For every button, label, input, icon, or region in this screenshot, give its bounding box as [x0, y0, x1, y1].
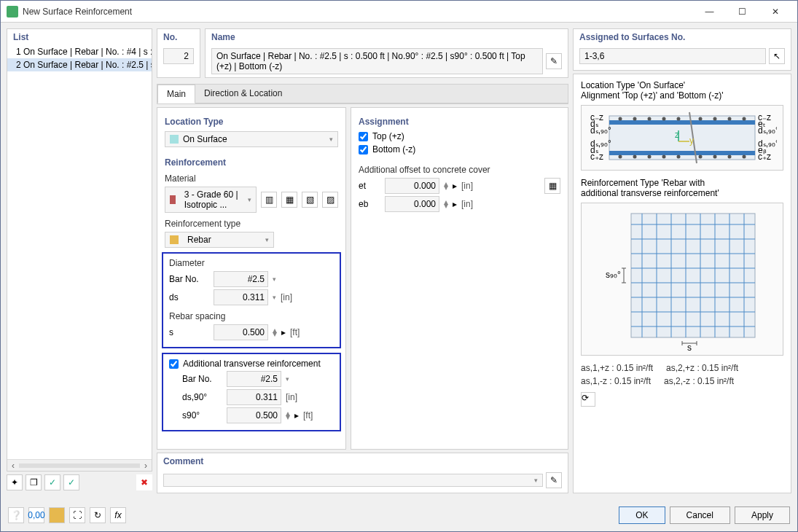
horizontal-scrollbar[interactable]: ‹ › — [7, 459, 152, 471]
svg-text:c₊z: c₊z — [590, 152, 603, 162]
units-icon[interactable]: 0,00 — [28, 507, 44, 523]
comment-edit-icon[interactable]: ✎ — [546, 472, 562, 488]
svg-point-19 — [728, 155, 732, 159]
number-input[interactable]: 2 — [163, 48, 194, 64]
svg-rect-2 — [609, 151, 755, 155]
copy-icon[interactable]: ❐ — [26, 474, 42, 490]
material-value: 3 - Grade 60 | Isotropic ... — [184, 189, 248, 210]
delete-icon[interactable]: ✖ — [136, 474, 152, 490]
fx-icon[interactable]: fx — [110, 507, 126, 523]
t-bar-no-label: Bar No. — [182, 374, 222, 384]
bar-no-select[interactable]: #2.5 — [214, 271, 268, 287]
no-header: No. — [157, 29, 200, 45]
assigned-header: Assigned to Surfaces No. — [574, 29, 791, 45]
step-icon[interactable]: ▸ — [294, 410, 299, 420]
svg-point-5 — [648, 117, 652, 121]
preview-tool-icon[interactable]: ⟳ — [581, 392, 595, 407]
scroll-left-icon[interactable]: ‹ — [7, 461, 19, 471]
location-type-select[interactable]: On Surface ▾ — [165, 131, 338, 147]
tab-direction-location[interactable]: Direction & Location — [195, 85, 291, 103]
chevron-down-icon[interactable]: ▾ — [286, 375, 289, 383]
svg-point-7 — [677, 117, 681, 121]
reinforcement-header: Reinforcement — [165, 157, 338, 168]
edit-name-icon[interactable]: ✎ — [546, 53, 562, 69]
ok-button[interactable]: OK — [619, 506, 665, 524]
list-item[interactable]: 2 On Surface | Rebar | No. : #2.5 | s : … — [7, 58, 152, 71]
refresh-icon[interactable]: ↻ — [90, 507, 106, 523]
step-icon[interactable]: ▸ — [453, 199, 457, 209]
transverse-checkbox[interactable] — [169, 359, 179, 369]
t-s-input[interactable]: 0.500 — [227, 407, 281, 423]
eb-input[interactable]: 0.000 — [385, 196, 439, 212]
t-bar-no-select[interactable]: #2.5 — [227, 371, 281, 387]
check-icon[interactable]: ✓ — [63, 474, 79, 490]
list-item[interactable]: 1 On Surface | Rebar | No. : #4 | s : 0.… — [7, 45, 152, 58]
step-icon[interactable]: ▸ — [453, 181, 457, 191]
library-icon[interactable]: ▥ — [261, 192, 277, 208]
maximize-button[interactable]: ☐ — [726, 1, 759, 22]
view-icon[interactable]: ⛶ — [69, 507, 85, 523]
top-checkbox[interactable] — [359, 132, 368, 141]
rebar-spacing-header: Rebar spacing — [169, 311, 334, 321]
preview-alignment-text: Alignment 'Top (+z)' and 'Bottom (-z)' — [581, 90, 783, 101]
svg-point-11 — [743, 117, 746, 121]
spinner-icon[interactable]: ▴▾ — [273, 329, 277, 336]
check-green-icon[interactable]: ✓ — [44, 474, 60, 490]
pick-surface-icon[interactable]: ↖ — [769, 48, 785, 64]
result-as2mz: as,2,-z : 0.15 in²/ft — [664, 375, 734, 388]
spinner-icon[interactable]: ▴▾ — [444, 182, 448, 189]
svg-point-17 — [699, 155, 703, 159]
new-icon[interactable]: ✦ — [7, 474, 23, 490]
app-icon — [7, 6, 18, 17]
ds-label: ds — [169, 292, 209, 302]
cancel-button[interactable]: Cancel — [670, 506, 730, 524]
options-icon[interactable]: ▦ — [544, 178, 560, 194]
et-input[interactable]: 0.000 — [385, 178, 439, 194]
reinforcement-type-value: Rebar — [187, 235, 211, 245]
grid-diagram: s₉₀° s — [581, 203, 783, 356]
delete-material-icon[interactable]: ▨ — [322, 192, 338, 208]
svg-rect-1 — [609, 120, 755, 125]
reinforcement-type-label: Reinforcement type — [165, 219, 338, 229]
ds-input[interactable]: 0.311 — [214, 289, 268, 305]
svg-point-9 — [713, 117, 717, 121]
location-type-header: Location Type — [165, 117, 338, 127]
minimize-button[interactable]: — — [693, 1, 726, 22]
ds-unit: [in] — [281, 292, 292, 302]
name-header: Name — [206, 29, 568, 45]
bottom-checkbox[interactable] — [359, 145, 368, 154]
help-icon[interactable]: ❔ — [8, 507, 24, 523]
step-icon[interactable]: ▸ — [281, 327, 286, 337]
chevron-down-icon[interactable]: ▾ — [273, 294, 276, 301]
reinforcement-type-select[interactable]: Rebar ▾ — [165, 232, 274, 248]
chevron-down-icon: ▾ — [248, 196, 251, 203]
svg-text:dₛ,₉₀°: dₛ,₉₀° — [758, 125, 777, 136]
s-unit: [ft] — [290, 327, 300, 337]
svg-point-16 — [677, 155, 681, 159]
assignment-header: Assignment — [359, 117, 560, 127]
apply-button[interactable]: Apply — [735, 506, 790, 524]
assigned-input[interactable]: 1-3,6 — [579, 48, 766, 64]
tab-main[interactable]: Main — [157, 85, 195, 103]
material-select[interactable]: 3 - Grade 60 | Isotropic ... ▾ — [165, 187, 257, 213]
chevron-down-icon[interactable]: ▾ — [273, 275, 276, 283]
comment-input[interactable]: ▾ — [163, 474, 543, 487]
spinner-icon[interactable]: ▴▾ — [286, 412, 290, 419]
new-material-icon[interactable]: ▦ — [281, 192, 297, 208]
name-input[interactable]: On Surface | Rebar | No. : #2.5 | s : 0.… — [211, 48, 543, 74]
s-input[interactable]: 0.500 — [214, 324, 268, 340]
svg-point-13 — [633, 155, 637, 159]
edit-material-icon[interactable]: ▧ — [302, 192, 318, 208]
svg-text:y: y — [689, 136, 694, 146]
svg-text:s: s — [687, 343, 692, 352]
spinner-icon[interactable]: ▴▾ — [444, 200, 448, 208]
t-ds-input[interactable]: 0.311 — [227, 389, 281, 405]
diameter-header: Diameter — [169, 258, 334, 268]
eb-label: eb — [359, 199, 380, 209]
close-button[interactable]: ✕ — [759, 1, 791, 22]
t-s-unit: [ft] — [303, 410, 313, 420]
scroll-right-icon[interactable]: › — [140, 461, 152, 471]
t-s-label: s90° — [182, 410, 222, 420]
list-header: List — [7, 29, 152, 45]
color-icon[interactable] — [49, 507, 65, 523]
